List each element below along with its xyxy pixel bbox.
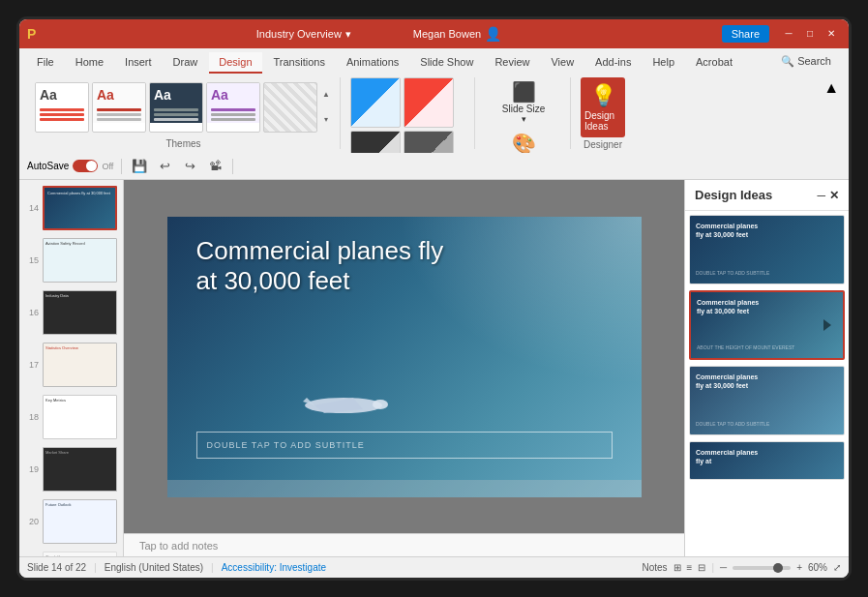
slide-thumb-18[interactable]: 18 Key Metrics bbox=[23, 393, 119, 441]
title-bar-center: Industry Overview ▾ Megan Bowen 👤 bbox=[256, 26, 501, 42]
idea-card-3[interactable]: Commercial planes fly at 30,000 feet DOU… bbox=[689, 366, 845, 435]
slide-img-19: Market Share bbox=[43, 447, 117, 492]
share-button[interactable]: Share bbox=[722, 25, 769, 43]
slide-img-14: Commercial planes fly at 30,000 feet bbox=[43, 186, 117, 230]
tab-addins[interactable]: Add-ins bbox=[585, 52, 641, 74]
tab-file[interactable]: File bbox=[27, 52, 64, 74]
design-ideas-icon: 💡 bbox=[590, 83, 616, 108]
slide-plane-image bbox=[285, 378, 402, 427]
accessibility-indicator[interactable]: Accessibility: Investigate bbox=[222, 562, 326, 573]
toolbar-sep-2 bbox=[232, 159, 233, 174]
slide-size-button[interactable]: ⬛ Slide Size ▾ bbox=[485, 77, 562, 127]
ribbon-collapse[interactable]: ▲ bbox=[822, 77, 841, 99]
ideas-collapse-icon[interactable]: ─ bbox=[817, 189, 825, 202]
tab-animations[interactable]: Animations bbox=[337, 52, 408, 74]
autosave-toggle[interactable] bbox=[73, 160, 98, 172]
zoom-slider[interactable] bbox=[733, 566, 791, 570]
zoom-out-button[interactable]: ─ bbox=[720, 562, 727, 573]
idea-slide-2: Commercial planes fly at 30,000 feet ABO… bbox=[691, 292, 843, 358]
theme-1[interactable]: Aa bbox=[35, 82, 89, 133]
maximize-button[interactable]: □ bbox=[800, 25, 820, 41]
slide-img-21: Thank You bbox=[43, 552, 117, 556]
redo-button[interactable]: ↪ bbox=[180, 157, 199, 176]
slide-info: Slide 14 of 22 bbox=[27, 562, 86, 573]
idea-text-3: Commercial planes fly at 30,000 feet bbox=[696, 373, 763, 390]
tab-insert[interactable]: Insert bbox=[115, 52, 162, 74]
slide-thumb-20[interactable]: 20 Future Outlook bbox=[23, 497, 119, 546]
window-controls: Share ─ □ ✕ bbox=[722, 25, 841, 43]
fit-slide-button[interactable]: ⤢ bbox=[833, 562, 841, 573]
autosave-label: AutoSave bbox=[27, 161, 69, 171]
idea-slide-4: Commercial planes fly at bbox=[690, 442, 844, 479]
title-bar: P Industry Overview ▾ Megan Bowen 👤 Shar… bbox=[19, 19, 849, 48]
undo-button[interactable]: ↩ bbox=[155, 157, 174, 176]
present-button[interactable]: 📽 bbox=[205, 157, 224, 176]
idea-slide-3: Commercial planes fly at 30,000 feet DOU… bbox=[690, 367, 844, 434]
close-button[interactable]: ✕ bbox=[822, 25, 841, 41]
idea-slide-1: Commercial planes fly at 30,000 feet DOU… bbox=[690, 216, 844, 284]
tab-transitions[interactable]: Transitions bbox=[264, 52, 335, 74]
slide-title[interactable]: Commercial planes fly at 30,000 feet bbox=[196, 236, 467, 296]
theme-3[interactable]: Aa bbox=[149, 82, 203, 133]
view-outline-icon[interactable]: ≡ bbox=[687, 562, 693, 573]
themes-scroll-arrows[interactable]: ▲ ▾ bbox=[320, 82, 332, 133]
toggle-dot bbox=[86, 161, 97, 171]
language-indicator[interactable]: English (United States) bbox=[105, 562, 203, 573]
designer-content: 💡 Design Ideas bbox=[581, 77, 625, 137]
title-dropdown-icon[interactable]: ▾ bbox=[345, 28, 351, 41]
slide-img-16: Industry Data bbox=[43, 290, 117, 335]
minimize-button[interactable]: ─ bbox=[779, 25, 798, 41]
slide-thumb-15[interactable]: 15 Aviation Safety Record bbox=[23, 236, 119, 284]
idea-card-1[interactable]: Commercial planes fly at 30,000 feet DOU… bbox=[689, 215, 845, 284]
slide-num-15: 15 bbox=[25, 255, 39, 265]
design-ideas-button[interactable]: 💡 Design Ideas bbox=[581, 77, 625, 137]
toolbar: AutoSave Off 💾 ↩ ↪ 📽 bbox=[19, 153, 849, 180]
tab-design[interactable]: Design bbox=[209, 52, 261, 74]
tab-acrobat[interactable]: Acrobat bbox=[686, 52, 742, 74]
slide-thumb-17[interactable]: 17 Statistics Overview bbox=[23, 341, 119, 389]
variant-1[interactable] bbox=[350, 77, 401, 128]
slide-thumb-14[interactable]: 14 Commercial planes fly at 30,000 feet bbox=[23, 184, 119, 232]
save-button[interactable]: 💾 bbox=[130, 157, 149, 176]
idea-text-1: Commercial planes fly at 30,000 feet bbox=[696, 222, 763, 239]
ribbon-tabs: File Home Insert Draw Design Transitions… bbox=[19, 48, 849, 74]
tab-draw[interactable]: Draw bbox=[164, 52, 208, 74]
user-icon: 👤 bbox=[485, 26, 501, 42]
notes-button[interactable]: Notes bbox=[642, 562, 667, 573]
status-right: Notes ⊞ ≡ ⊟ | ─ + 60% ⤢ bbox=[642, 562, 841, 573]
autosave-control: AutoSave Off bbox=[27, 160, 113, 172]
tab-home[interactable]: Home bbox=[66, 52, 113, 74]
view-normal-icon[interactable]: ⊞ bbox=[673, 562, 681, 573]
slide-thumb-21[interactable]: 21 Thank You bbox=[23, 550, 119, 556]
notes-bar[interactable]: Tap to add notes bbox=[124, 533, 684, 556]
zoom-in-button[interactable]: + bbox=[796, 562, 802, 573]
theme-5[interactable] bbox=[263, 82, 317, 133]
status-bar: Slide 14 of 22 | English (United States)… bbox=[19, 556, 849, 578]
tab-slideshow[interactable]: Slide Show bbox=[410, 52, 483, 74]
idea-subtitle-2: ABOUT THE HEIGHT OF MOUNT EVEREST bbox=[697, 344, 794, 350]
idea-subtitle-1: DOUBLE TAP TO ADD SUBTITLE bbox=[696, 270, 769, 276]
idea-card-2[interactable]: Commercial planes fly at 30,000 feet ABO… bbox=[689, 290, 845, 360]
slide-subtitle[interactable]: DOUBLE TAP TO ADD SUBTITLE bbox=[196, 432, 613, 459]
tab-search[interactable]: 🔍 Search bbox=[771, 51, 841, 74]
main-slide[interactable]: Commercial planes fly at 30,000 feet DOU… bbox=[167, 217, 642, 497]
tab-help[interactable]: Help bbox=[643, 52, 684, 74]
theme-2[interactable]: Aa bbox=[92, 82, 146, 133]
view-slide-icon[interactable]: ⊟ bbox=[698, 562, 705, 573]
autosave-state: Off bbox=[102, 162, 113, 171]
zoom-level: 60% bbox=[808, 562, 827, 573]
slide-bottom-bar bbox=[167, 480, 642, 497]
variant-2[interactable] bbox=[404, 77, 454, 128]
theme-4[interactable]: Aa bbox=[206, 82, 260, 133]
slide-thumb-19[interactable]: 19 Market Share bbox=[23, 445, 119, 493]
themes-content: Aa Aa bbox=[35, 77, 332, 136]
tab-review[interactable]: Review bbox=[485, 52, 539, 74]
design-ideas-panel: Design Ideas ─ ✕ Commercial planes fly a… bbox=[684, 180, 849, 556]
slide-thumb-16[interactable]: 16 Industry Data bbox=[23, 288, 119, 337]
idea-subtitle-3: DOUBLE TAP TO ADD SUBTITLE bbox=[696, 421, 769, 427]
content-wrapper: Commercial planes fly at 30,000 feet DOU… bbox=[124, 180, 684, 556]
slide-workspace[interactable]: Commercial planes fly at 30,000 feet DOU… bbox=[124, 180, 684, 533]
tab-view[interactable]: View bbox=[541, 52, 584, 74]
idea-card-4[interactable]: Commercial planes fly at bbox=[689, 441, 845, 480]
ideas-close-icon[interactable]: ✕ bbox=[829, 189, 839, 202]
